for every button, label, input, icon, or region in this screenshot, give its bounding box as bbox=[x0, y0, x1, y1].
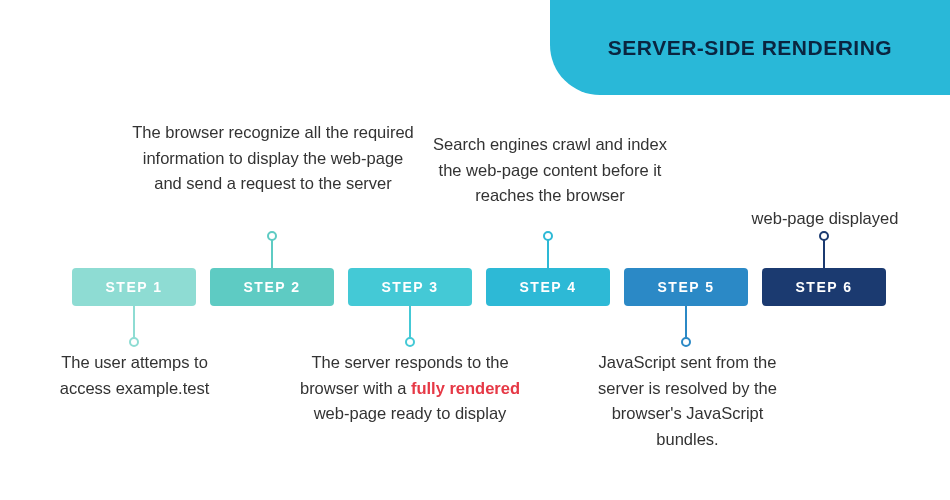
desc-step-3: The server responds to the browser with … bbox=[280, 350, 540, 427]
connector-step-4 bbox=[547, 236, 549, 268]
connector-step-2 bbox=[271, 236, 273, 268]
ssr-diagram: The browser recognize all the required i… bbox=[0, 120, 950, 480]
desc-step-2: The browser recognize all the required i… bbox=[128, 120, 418, 197]
desc-step-4: Search engines crawl and index the web-p… bbox=[420, 132, 680, 209]
desc-step-3-post: web-page ready to display bbox=[314, 404, 507, 422]
step-box-1: STEP 1 bbox=[72, 268, 196, 306]
steps-row: STEP 1 STEP 2 STEP 3 STEP 4 STEP 5 STEP … bbox=[72, 268, 886, 306]
desc-step-3-highlight: fully rendered bbox=[411, 379, 520, 397]
desc-step-1: The user attemps to access example.test bbox=[42, 350, 227, 401]
title-banner: SERVER-SIDE RENDERING bbox=[550, 0, 950, 95]
step-box-5: STEP 5 bbox=[624, 268, 748, 306]
step-box-3: STEP 3 bbox=[348, 268, 472, 306]
title-text: SERVER-SIDE RENDERING bbox=[608, 36, 892, 60]
connector-step-6 bbox=[823, 236, 825, 268]
desc-step-6: web-page displayed bbox=[730, 206, 920, 232]
connector-step-1 bbox=[133, 306, 135, 342]
connector-step-3 bbox=[409, 306, 411, 342]
desc-step-5: JavaScript sent from the server is resol… bbox=[585, 350, 790, 452]
step-box-2: STEP 2 bbox=[210, 268, 334, 306]
step-box-4: STEP 4 bbox=[486, 268, 610, 306]
step-box-6: STEP 6 bbox=[762, 268, 886, 306]
connector-step-5 bbox=[685, 306, 687, 342]
